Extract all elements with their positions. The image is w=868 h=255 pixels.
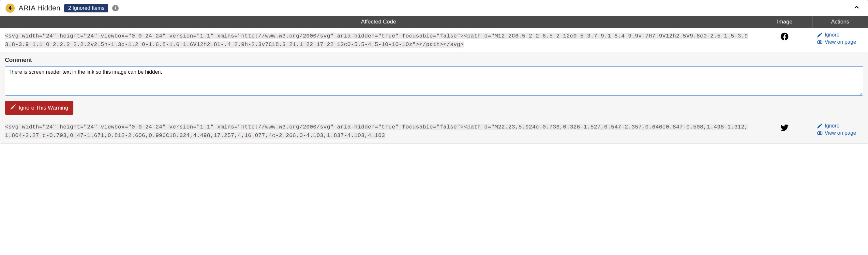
eye-icon — [817, 130, 823, 136]
ignore-button-icon — [10, 104, 16, 111]
image-cell — [757, 28, 812, 53]
ignored-items-pill[interactable]: 2 Ignored Items — [64, 4, 108, 12]
view-on-page-link[interactable]: View on page — [817, 130, 863, 136]
affected-code-cell: <svg width="24" height="24" viewbox="0 0… — [0, 119, 757, 144]
comment-textarea[interactable] — [5, 66, 863, 96]
twitter-icon — [780, 127, 789, 133]
code-snippet: <svg width="24" height="24" viewbox="0 0… — [5, 33, 748, 47]
table-row: <svg width="24" height="24" viewbox="0 0… — [0, 119, 868, 144]
ignore-link[interactable]: Ignore — [817, 123, 863, 129]
panel-title: ARIA Hidden — [19, 4, 60, 12]
column-header-code: Affected Code — [0, 16, 757, 28]
comment-label: Comment — [5, 57, 863, 64]
svg-line-4 — [817, 124, 823, 128]
column-header-actions: Actions — [812, 16, 868, 28]
svg-point-1 — [819, 41, 821, 43]
view-link-label: View on page — [825, 130, 856, 136]
svg-line-0 — [817, 33, 823, 37]
actions-cell: Ignore View on page — [812, 28, 868, 53]
code-snippet: <svg width="24" height="24" viewbox="0 0… — [5, 124, 748, 138]
table-row: <svg width="24" height="24" viewbox="0 0… — [0, 28, 868, 53]
image-cell — [757, 119, 812, 144]
actions-cell: Ignore View on page — [812, 119, 868, 144]
ignore-icon — [817, 123, 823, 129]
info-icon[interactable]: i — [112, 5, 119, 11]
chevron-up-icon[interactable] — [851, 4, 863, 12]
comment-section: Comment Ignore This Warning — [0, 53, 868, 119]
issue-count-badge: 4 — [5, 4, 15, 13]
panel-header[interactable]: 4 ARIA Hidden 2 Ignored Items i — [0, 0, 868, 16]
ignore-link-label: Ignore — [825, 123, 839, 129]
ignore-link[interactable]: Ignore — [817, 32, 863, 38]
svg-point-5 — [819, 132, 821, 134]
view-link-label: View on page — [825, 39, 856, 45]
ignore-link-label: Ignore — [825, 32, 839, 38]
accessibility-panel: 4 ARIA Hidden 2 Ignored Items i Affected… — [0, 0, 868, 144]
svg-line-3 — [11, 105, 16, 109]
affected-code-cell: <svg width="24" height="24" viewbox="0 0… — [0, 28, 757, 53]
column-header-image: Image — [757, 16, 812, 28]
facebook-icon — [780, 36, 789, 42]
ignore-button-label: Ignore This Warning — [19, 105, 68, 111]
view-on-page-link[interactable]: View on page — [817, 39, 863, 45]
ignore-this-warning-button[interactable]: Ignore This Warning — [5, 101, 73, 115]
eye-icon — [817, 39, 823, 45]
ignore-icon — [817, 32, 823, 38]
table-header-row: Affected Code Image Actions — [0, 16, 868, 28]
